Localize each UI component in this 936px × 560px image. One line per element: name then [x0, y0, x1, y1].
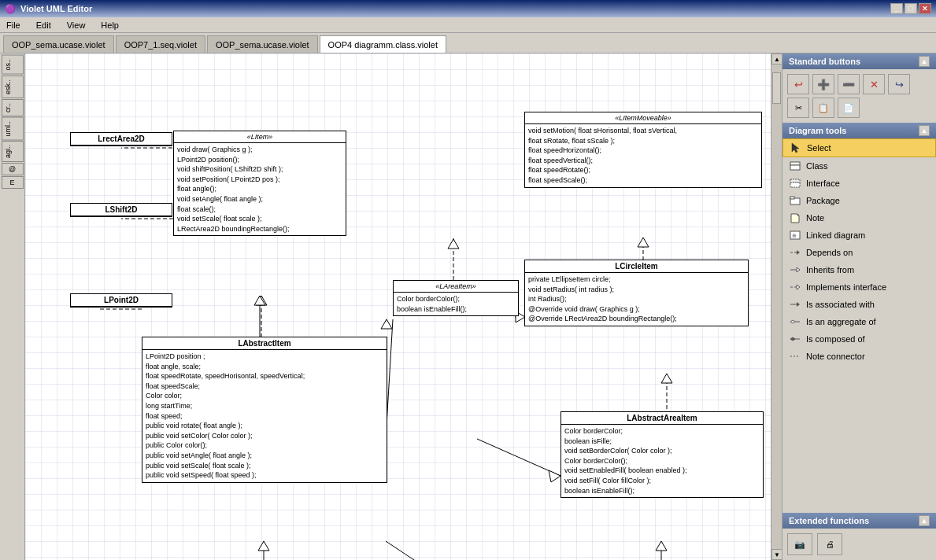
class-LAbstractAreaItem[interactable]: LAbstractAreaItem Color borderColor; boo… — [560, 411, 764, 498]
delete-button[interactable]: ✕ — [863, 74, 885, 94]
tool-class[interactable]: Class — [782, 157, 936, 175]
note-icon — [789, 212, 801, 224]
titlebar-left: 🟣 Violet UML Editor — [5, 4, 92, 14]
svg-marker-8 — [254, 296, 265, 305]
svg-marker-10 — [448, 239, 459, 249]
tool-composed-label: Is composed of — [806, 334, 865, 344]
class-header-LCircleItem: LCircleItem — [525, 260, 748, 273]
depends-icon — [789, 246, 801, 259]
sidebar-item-4[interactable]: agi.. — [2, 141, 24, 162]
svg-rect-27 — [790, 179, 800, 182]
tab-2[interactable]: OOP_sema.ucase.violet — [207, 35, 318, 53]
class-LItem[interactable]: «LItem» void draw( Graphics g ); LPoint2… — [173, 131, 346, 236]
scroll-up-button[interactable]: ▲ — [771, 53, 782, 64]
canvas-scrollbar: ▲ ▼ — [771, 53, 782, 560]
class-body-LItemMoveable: void setMotion( float sHorisontal, float… — [525, 124, 761, 187]
tool-package-label: Package — [806, 196, 840, 205]
svg-marker-21 — [549, 470, 560, 482]
class-header-LAbstractItem: LAbstractItem — [142, 337, 387, 350]
sidebar-item-0[interactable]: os.. — [2, 55, 24, 75]
svg-rect-28 — [790, 182, 800, 187]
scroll-down-button[interactable]: ▼ — [771, 549, 782, 560]
diagram-tools-title: Diagram tools — [789, 126, 846, 135]
class-body-LCircleItem: private LEllipseItem circle; void setRad… — [525, 273, 748, 326]
tool-inherits[interactable]: Inherits from — [782, 261, 936, 278]
tool-interface[interactable]: Interface — [782, 175, 936, 192]
tool-aggregate[interactable]: Is an aggregate of — [782, 313, 936, 330]
svg-marker-4 — [256, 296, 267, 305]
canvas[interactable]: LrectArea2D LShift2D LPoint2D «LItem» vo… — [25, 53, 771, 560]
tool-implements[interactable]: Implements interface — [782, 278, 936, 296]
class-LAbstractItem[interactable]: LAbstractItem LPoint2D position ; float … — [142, 337, 387, 483]
svg-marker-42 — [797, 302, 800, 307]
sidebar-item-3[interactable]: uml.. — [2, 117, 24, 141]
class-LCircleItem[interactable]: LCircleItem private LEllipseItem circle;… — [524, 260, 749, 326]
diagram-tools-area: Select Class Interface — [782, 138, 936, 513]
menu-edit[interactable]: Edit — [33, 19, 54, 31]
tool-select[interactable]: Select — [782, 138, 936, 157]
tab-3[interactable]: OOP4 diagramm.class.violet — [320, 35, 446, 53]
linked-icon: ⊕ — [789, 229, 801, 241]
tool-associated[interactable]: Is associated with — [782, 296, 936, 313]
tab-1[interactable]: OOP7_1.seq.violet — [116, 35, 205, 53]
undo-button[interactable]: ↩ — [787, 74, 809, 94]
class-icon — [789, 160, 801, 172]
add-button[interactable]: ➕ — [812, 74, 834, 94]
diagram-tools-collapse[interactable]: ▲ — [919, 125, 930, 136]
sidebar-item-1[interactable]: esk.. — [2, 76, 24, 98]
tool-associated-label: Is associated with — [806, 300, 875, 309]
redo-button[interactable]: ↪ — [888, 74, 910, 94]
tool-noteconn-label: Note connector — [806, 352, 865, 361]
tool-package[interactable]: Package — [782, 192, 936, 209]
class-LShift2D[interactable]: LShift2D — [70, 203, 172, 217]
svg-text:⊕: ⊕ — [792, 233, 797, 238]
scroll-thumb[interactable] — [772, 72, 781, 104]
maximize-button[interactable]: □ — [905, 3, 917, 14]
class-header-LItemMoveable: «LItemMoveable» — [525, 112, 761, 124]
class-LAreaItem[interactable]: «LAreaItem» Color borderColor(); boolean… — [393, 280, 519, 316]
svg-marker-32 — [797, 214, 799, 216]
composed-icon — [789, 333, 801, 345]
minimize-button[interactable]: _ — [890, 3, 903, 14]
remove-button[interactable]: ➖ — [838, 74, 860, 94]
copy-button[interactable]: 📋 — [812, 98, 834, 118]
tool-composed[interactable]: Is composed of — [782, 330, 936, 348]
extended-functions-collapse[interactable]: ▲ — [919, 515, 930, 526]
print-button[interactable]: 🖨 — [817, 533, 842, 555]
class-header-LrectArea2D: LrectArea2D — [71, 133, 172, 146]
package-icon — [789, 194, 801, 207]
menu-view[interactable]: View — [64, 19, 89, 31]
left-sidebar: os.. esk.. cr.. uml.. agi.. @ E — [0, 53, 25, 560]
inherits-icon — [789, 263, 801, 276]
scroll-track[interactable] — [771, 64, 782, 549]
tool-noteconn[interactable]: Note connector — [782, 348, 936, 365]
cut-button[interactable]: ✂ — [787, 98, 809, 118]
tool-depends[interactable]: Depends on — [782, 244, 936, 261]
std-buttons-collapse[interactable]: ▲ — [919, 56, 930, 67]
sidebar-item-5[interactable]: @ — [2, 163, 24, 175]
tab-0[interactable]: OOP_sema.ucase.violet — [3, 35, 114, 53]
menu-help[interactable]: Help — [98, 19, 122, 31]
class-LrectArea2D[interactable]: LrectArea2D — [70, 132, 172, 146]
close-button[interactable]: ✕ — [919, 3, 931, 14]
menu-file[interactable]: File — [3, 19, 24, 31]
paste-button[interactable]: 📄 — [838, 98, 860, 118]
associated-icon — [789, 298, 801, 311]
tabs: OOP_sema.ucase.violet OOP7_1.seq.violet … — [0, 33, 936, 53]
cursor-icon — [790, 142, 802, 154]
class-body-LAbstractAreaItem: Color borderColor; boolean isFille; void… — [561, 425, 763, 497]
tool-linked[interactable]: ⊕ Linked diagram — [782, 227, 936, 244]
class-LPoint2D[interactable]: LPoint2D — [70, 293, 172, 308]
app-icon: 🟣 — [5, 4, 16, 14]
extended-functions-area: 📷 🖨 — [782, 529, 936, 560]
tool-note[interactable]: Note — [782, 209, 936, 227]
class-LItemMoveable[interactable]: «LItemMoveable» void setMotion( float sH… — [524, 112, 762, 188]
sidebar-item-6[interactable]: E — [2, 176, 24, 189]
screenshot-button[interactable]: 📷 — [787, 533, 812, 555]
svg-rect-30 — [790, 197, 794, 199]
svg-line-20 — [477, 439, 560, 476]
sidebar-item-2[interactable]: cr.. — [2, 99, 24, 116]
tool-class-label: Class — [806, 161, 828, 171]
svg-marker-24 — [792, 143, 799, 153]
std-buttons-area: ↩ ➕ ➖ ✕ ↪ ✂ 📋 📄 — [782, 69, 936, 123]
